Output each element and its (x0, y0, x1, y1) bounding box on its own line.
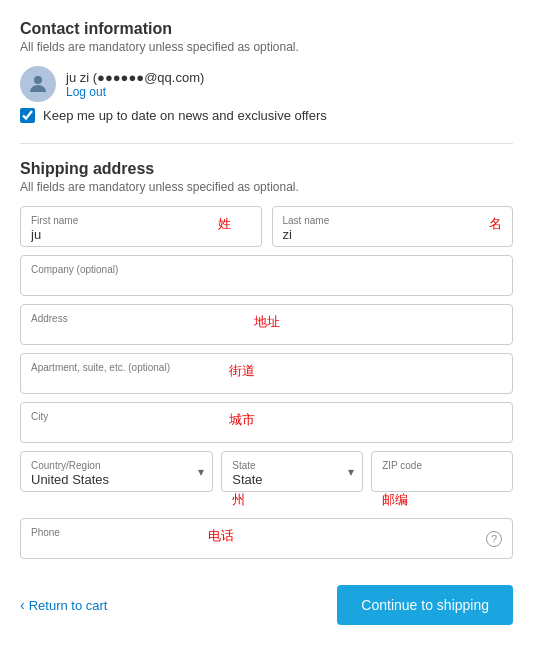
chevron-left-icon: ‹ (20, 597, 25, 613)
avatar (20, 66, 56, 102)
user-row: ju zi (●●●●●●@qq.com) Log out (20, 66, 513, 102)
return-cart-label: Return to cart (29, 598, 108, 613)
newsletter-checkbox[interactable] (20, 108, 35, 123)
state-select[interactable]: State Alabama Alaska Arizona California … (232, 472, 352, 487)
address-label: Address (31, 313, 502, 324)
first-name-field: First name 姓 (20, 206, 262, 247)
phone-input[interactable] (31, 539, 502, 554)
svg-point-0 (34, 76, 42, 84)
zip-annotation: 邮编 (382, 491, 408, 509)
first-name-label: First name (31, 215, 251, 226)
contact-subtitle: All fields are mandatory unless specifie… (20, 40, 513, 54)
company-label: Company (optional) (31, 264, 502, 275)
shipping-title: Shipping address (20, 160, 513, 178)
state-label: State (232, 460, 352, 471)
section-divider (20, 143, 513, 144)
country-state-zip-row: Country/Region United States Canada Unit… (20, 451, 513, 500)
contact-title: Contact information (20, 20, 513, 38)
last-name-input[interactable] (283, 227, 503, 242)
user-info: ju zi (●●●●●●@qq.com) Log out (66, 70, 204, 99)
country-select[interactable]: United States Canada United Kingdom Aust… (31, 472, 202, 487)
first-name-input[interactable] (31, 227, 251, 242)
apartment-label: Apartment, suite, etc. (optional) (31, 362, 502, 373)
apartment-input[interactable] (31, 374, 502, 389)
city-label: City (31, 411, 502, 422)
last-name-field: Last name 名 (272, 206, 514, 247)
bottom-bar: ‹ Return to cart Continue to shipping (20, 577, 513, 625)
shipping-subtitle: All fields are mandatory unless specifie… (20, 180, 513, 194)
company-field: Company (optional) (20, 255, 513, 296)
user-icon (26, 72, 50, 96)
phone-help-icon[interactable]: ? (486, 531, 502, 547)
newsletter-row: Keep me up to date on news and exclusive… (20, 108, 513, 123)
name-row: First name 姓 Last name 名 (20, 206, 513, 255)
user-email: ju zi (●●●●●●@qq.com) (66, 70, 204, 85)
contact-section: Contact information All fields are manda… (20, 20, 513, 123)
newsletter-label[interactable]: Keep me up to date on news and exclusive… (43, 108, 327, 123)
zip-label: ZIP code (382, 460, 502, 471)
city-field: City 城市 (20, 402, 513, 443)
return-cart-link[interactable]: ‹ Return to cart (20, 597, 107, 613)
continue-to-shipping-button[interactable]: Continue to shipping (337, 585, 513, 625)
company-input[interactable] (31, 276, 502, 291)
last-name-label: Last name (283, 215, 503, 226)
shipping-section: Shipping address All fields are mandator… (20, 160, 513, 559)
apartment-field: Apartment, suite, etc. (optional) 街道 (20, 353, 513, 394)
address-field: Address 地址 (20, 304, 513, 345)
state-field: State State Alabama Alaska Arizona Calif… (221, 451, 363, 492)
phone-field: Phone ? 电话 (20, 518, 513, 559)
phone-label: Phone (31, 527, 502, 538)
zip-field: ZIP code 邮编 (371, 451, 513, 492)
country-field: Country/Region United States Canada Unit… (20, 451, 213, 492)
logout-link[interactable]: Log out (66, 85, 204, 99)
country-label: Country/Region (31, 460, 202, 471)
city-input[interactable] (31, 423, 502, 438)
zip-input[interactable] (382, 472, 502, 487)
state-annotation: 州 (232, 491, 245, 509)
address-input[interactable] (31, 325, 502, 340)
